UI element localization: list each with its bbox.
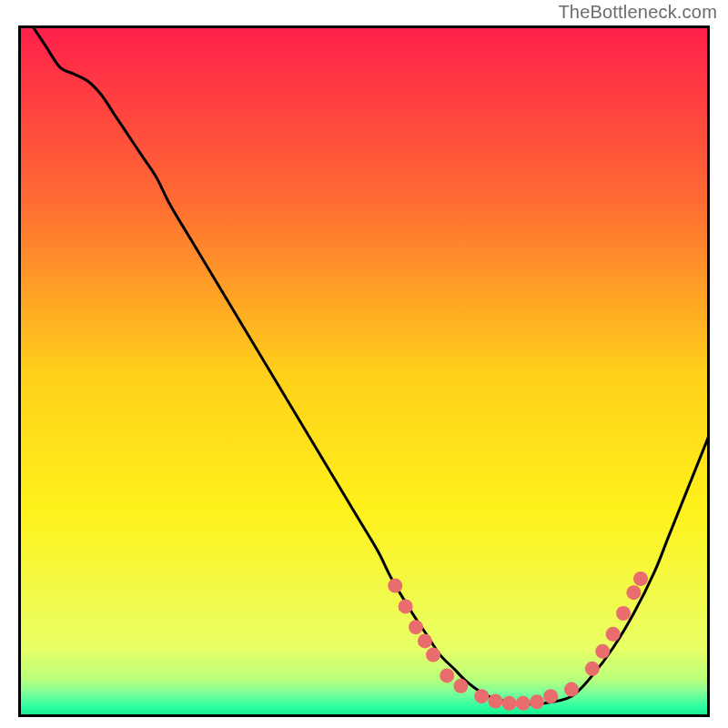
highlight-point xyxy=(543,689,558,703)
highlight-point xyxy=(426,648,440,662)
highlight-point xyxy=(633,571,648,586)
highlight-point xyxy=(488,694,502,709)
attribution-text: TheBottleneck.com xyxy=(558,2,717,23)
highlight-point xyxy=(502,696,517,711)
gradient-background xyxy=(18,25,710,717)
highlight-point xyxy=(626,585,641,600)
plot-area xyxy=(18,25,710,717)
highlight-point xyxy=(606,627,621,642)
highlight-point xyxy=(453,679,468,693)
highlight-point xyxy=(616,606,631,621)
chart-svg xyxy=(18,25,710,717)
highlight-point xyxy=(418,633,432,648)
highlight-point xyxy=(564,682,579,697)
highlight-point xyxy=(516,696,531,711)
highlight-point xyxy=(585,662,600,676)
highlight-point xyxy=(440,668,454,682)
highlight-point xyxy=(530,694,544,709)
highlight-point xyxy=(595,644,610,659)
highlight-point xyxy=(388,579,402,593)
highlight-point xyxy=(474,689,489,703)
highlight-point xyxy=(409,620,423,634)
chart-container: TheBottleneck.com xyxy=(0,0,728,728)
highlight-point xyxy=(399,599,413,613)
